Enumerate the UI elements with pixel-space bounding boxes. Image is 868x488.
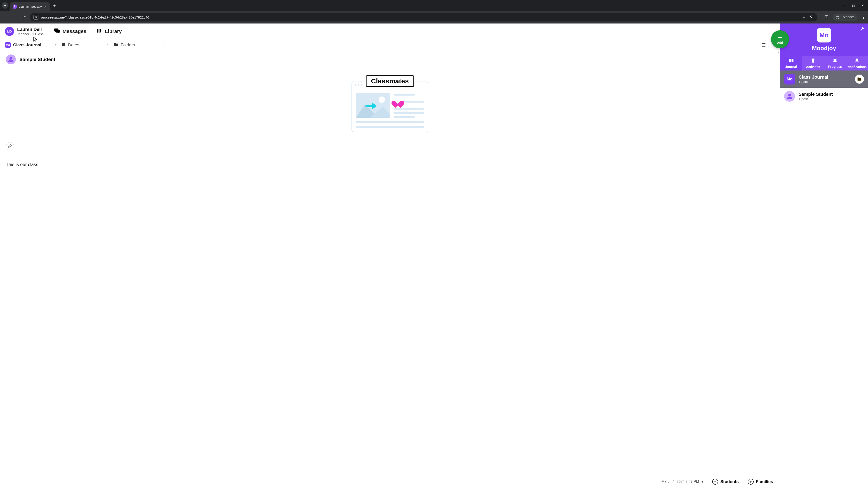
add-families-button[interactable]: ＋ Families <box>748 479 773 485</box>
class-avatar: Mo <box>817 28 831 42</box>
lightbulb-icon <box>811 58 815 64</box>
plus-icon: + <box>778 34 782 40</box>
copy-link-button[interactable] <box>6 142 14 150</box>
scrollbar[interactable] <box>777 51 780 54</box>
svg-rect-12 <box>64 42 64 43</box>
tab-journal[interactable]: Journal <box>780 56 802 70</box>
calendar-icon <box>61 42 66 48</box>
illustration-image-icon <box>356 93 390 118</box>
svg-point-18 <box>9 57 12 60</box>
progress-icon <box>832 58 838 64</box>
dates-label: Dates <box>68 42 79 47</box>
sidebar-item-sample-student[interactable]: Sample Student 1 post <box>780 88 868 105</box>
folders-label: Folders <box>121 42 135 47</box>
incognito-chip[interactable]: Incognito <box>833 13 858 21</box>
chevron-down-icon: ▾ <box>702 480 703 484</box>
nav-forward-icon[interactable]: → <box>12 15 18 20</box>
tab-title: Journal - Seesaw <box>19 5 41 8</box>
url-bar[interactable]: app.seesaw.me/#/class/class.e01bf4c2-9a2… <box>30 13 817 22</box>
side-panel-header: + Add Mo Moodjoy <box>780 24 868 56</box>
messages-icon <box>54 28 60 35</box>
seesaw-favicon-icon: S <box>13 4 17 8</box>
arrow-right-icon <box>366 103 378 108</box>
window-close-icon[interactable]: ✕ <box>861 4 864 7</box>
svg-point-0 <box>35 17 35 17</box>
window-maximize-icon[interactable]: ◻ <box>852 4 855 7</box>
side-panel-icon[interactable] <box>825 15 829 20</box>
browser-menu-icon[interactable]: ⋮ <box>862 15 865 20</box>
user-menu[interactable]: LD Lauren Deli Teacher - 1 Class <box>5 27 43 36</box>
bookmark-star-icon[interactable]: ☆ <box>802 15 806 20</box>
post-author[interactable]: Sample Student <box>6 55 774 64</box>
user-role: Teacher - 1 Class <box>17 32 43 36</box>
browser-tabstrip: S Journal - Seesaw ✕ ＋ ― ◻ ✕ <box>0 0 868 11</box>
dates-filter[interactable]: Dates <box>61 42 79 48</box>
post-author-name: Sample Student <box>20 57 55 62</box>
add-button[interactable]: + Add <box>771 30 789 48</box>
class-badge: Mo <box>5 42 11 48</box>
browser-toolbar: ← → ⟳ app.seesaw.me/#/class/class.e01bf4… <box>0 11 868 24</box>
incognito-icon <box>836 15 840 20</box>
student-avatar-icon <box>784 91 795 102</box>
browser-tab[interactable]: S Journal - Seesaw ✕ <box>10 2 50 11</box>
student-avatar-icon <box>6 55 16 64</box>
svg-point-19 <box>788 94 791 97</box>
filters-row: Mo Class Journal ⌄ ‹ Dates › Folders <box>0 39 780 51</box>
nav-messages-label: Messages <box>63 29 86 34</box>
svg-point-2 <box>36 18 37 18</box>
svg-rect-10 <box>62 43 65 44</box>
window-minimize-icon[interactable]: ― <box>843 4 846 7</box>
tab-activities[interactable]: Activities <box>802 56 824 70</box>
tab-notifications[interactable]: Notifications <box>846 56 868 70</box>
journal-icon <box>788 58 794 64</box>
library-icon <box>97 28 102 35</box>
list-view-icon[interactable]: ☰ <box>760 42 768 48</box>
site-settings-icon[interactable] <box>33 15 38 20</box>
folder-icon <box>114 42 119 48</box>
side-panel: + Add Mo Moodjoy Journal <box>780 24 868 488</box>
nav-library-label: Library <box>105 29 122 34</box>
svg-rect-7 <box>98 29 99 33</box>
bell-icon <box>855 58 859 64</box>
nav-library[interactable]: Library <box>97 28 122 35</box>
side-list: Mo Class Journal 1 post Sample Student <box>780 70 868 488</box>
plus-circle-icon: ＋ <box>748 479 754 485</box>
svg-rect-6 <box>97 29 98 33</box>
url-text: app.seesaw.me/#/class/class.e01bf4c2-9a2… <box>41 15 149 19</box>
chevron-down-icon: ⌄ <box>43 43 49 47</box>
tab-progress[interactable]: Progress <box>824 56 846 70</box>
heart-icon <box>394 98 402 105</box>
class-badge-icon: Mo <box>784 74 795 85</box>
post-footer-bar: March 4, 2024 5:47 PM ▾ ＋ Students ＋ Fam… <box>655 475 780 488</box>
nav-messages[interactable]: Messages <box>54 28 86 35</box>
class-selector[interactable]: Mo Class Journal ⌄ <box>5 42 49 48</box>
dates-prev-icon[interactable]: ‹ <box>53 43 57 47</box>
svg-rect-11 <box>63 42 63 43</box>
nav-back-icon[interactable]: ← <box>3 15 9 20</box>
folders-filter[interactable]: Folders ⌄ <box>114 42 165 48</box>
new-tab-button[interactable]: ＋ <box>53 3 57 8</box>
svg-rect-8 <box>99 29 101 32</box>
tab-close-icon[interactable]: ✕ <box>44 5 46 8</box>
app-topnav: LD Lauren Deli Teacher - 1 Class Message… <box>0 24 780 39</box>
add-students-button[interactable]: ＋ Students <box>712 479 739 485</box>
classmates-badge: Classmates <box>366 75 414 87</box>
extensions-icon[interactable] <box>810 15 814 20</box>
chevron-down-icon: ⌄ <box>160 43 165 47</box>
incognito-label: Incognito <box>842 15 855 19</box>
user-avatar: LD <box>5 27 14 36</box>
plus-circle-icon: ＋ <box>712 479 718 485</box>
side-tabs: Journal Activities Progress <box>780 56 868 70</box>
post-timestamp[interactable]: March 4, 2024 5:47 PM ▾ <box>661 480 703 484</box>
svg-rect-4 <box>825 15 828 18</box>
tab-search-button[interactable] <box>2 2 8 8</box>
folder-icon[interactable] <box>855 74 864 84</box>
nav-reload-icon[interactable]: ⟳ <box>21 15 27 20</box>
class-title: Moodjoy <box>784 45 864 52</box>
user-name: Lauren Deli <box>17 27 43 32</box>
feed: Sample Student Classmates <box>0 51 780 488</box>
dates-next-icon[interactable]: › <box>106 43 110 47</box>
sidebar-item-class-journal[interactable]: Mo Class Journal 1 post <box>780 70 868 88</box>
post-illustration: Classmates <box>6 82 774 132</box>
class-settings-icon[interactable] <box>860 26 865 33</box>
